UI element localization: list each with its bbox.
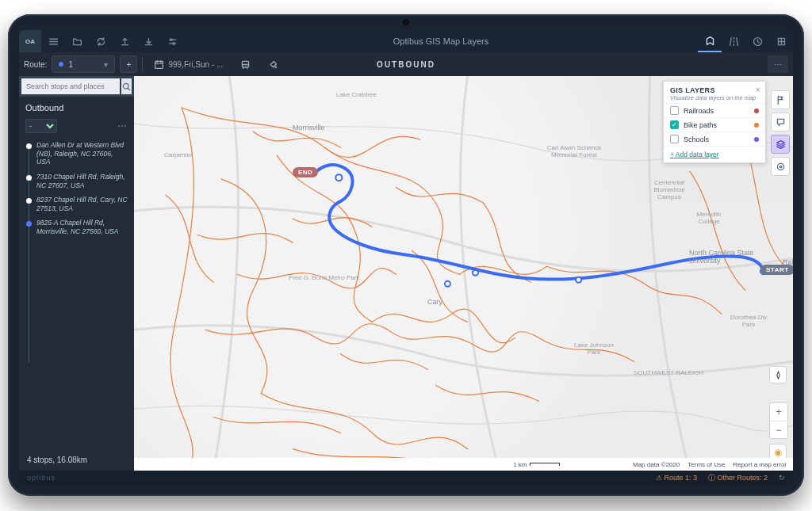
route-color-dot [59, 62, 63, 67]
close-icon[interactable]: × [756, 85, 760, 94]
gis-layer-label: Bike paths [684, 121, 717, 129]
gis-layer-label: Railroads [684, 107, 714, 115]
stops-list: Dan Allen Dr at Western Blvd (NB), Ralei… [25, 141, 128, 236]
panel-more-button[interactable]: ⋯ [117, 120, 128, 132]
status-other-count: ⓘ Other Routes: 2 [708, 473, 768, 483]
app-title: Optibus GIS Map Layers [184, 36, 698, 46]
view-grid-icon[interactable] [769, 30, 793, 52]
add-layer-link[interactable]: + Add data layer [664, 146, 765, 162]
gis-subtitle: Visualize data layers on the map [670, 94, 759, 101]
more-menu-button[interactable]: ⋯ [768, 55, 788, 73]
map-canvas[interactable]: END START Morrisville Carpenter Cary Lak… [134, 76, 793, 471]
map-copyright: Map data ©2020 [633, 461, 680, 468]
route-start-badge: START [760, 265, 793, 275]
bus-icon [240, 59, 251, 70]
workspace: Outbound - ⋯ Dan Allen Dr at Western Blv… [19, 76, 793, 471]
paint-bucket-icon [268, 59, 278, 70]
hamburger-icon[interactable] [41, 30, 65, 52]
svg-point-6 [777, 163, 783, 170]
gis-title: GIS LAYERS [670, 86, 715, 94]
divider [142, 57, 143, 71]
stops-summary: 4 stops, 16.08km [27, 456, 87, 464]
tablet-frame: OA Optibus GIS Map Layers Route: 1 ▾ [8, 14, 804, 496]
settings-sliders-icon[interactable] [160, 30, 184, 52]
variant-row: - ⋯ [25, 119, 128, 133]
variant-select[interactable]: - [25, 119, 57, 133]
view-lanes-icon[interactable] [722, 30, 745, 52]
checkbox[interactable] [670, 135, 679, 143]
map-attribution-bar: 1 km Map data ©2020 Terms of Use Report … [134, 458, 793, 471]
svg-rect-3 [155, 61, 163, 68]
app-logo: OA [19, 30, 41, 52]
checkbox[interactable]: ✓ [670, 120, 679, 129]
search-button[interactable] [121, 78, 132, 94]
gis-layer-swatch [754, 109, 759, 113]
search-bar [19, 76, 134, 97]
stop-item[interactable]: 8237 Chapel Hill Rd, Cary, NC 27513, USA [25, 196, 128, 212]
checkbox[interactable] [670, 106, 679, 115]
route-stop-marker [473, 270, 478, 276]
add-route-button[interactable]: + [120, 55, 137, 73]
zoom-out-button[interactable]: − [770, 421, 787, 438]
compass-button[interactable] [769, 366, 787, 383]
status-bar: optibus ⚠ Route 1: 3 ⓘ Other Routes: 2 ↻ [19, 471, 793, 485]
gis-layer-label: Schools [684, 135, 709, 143]
schedule-chip[interactable]: 999,Fri,Sun - ... [147, 55, 229, 73]
svg-point-7 [779, 166, 781, 167]
route-toolbar: Route: 1 ▾ + 999,Fri,Sun - ... OUTBOUND … [19, 52, 793, 76]
route-value: 1 [68, 60, 73, 69]
gis-layers-panel: GIS LAYERS × Visualize data layers on th… [663, 81, 766, 163]
route-label: Route: [24, 60, 47, 69]
export-icon[interactable] [113, 30, 136, 52]
paint-tool-button[interactable] [262, 55, 285, 73]
route-stop-marker [576, 277, 581, 283]
route-end-badge: END [293, 167, 318, 177]
search-input[interactable] [21, 78, 120, 94]
direction-heading: OUTBOUND [377, 60, 435, 69]
route-stop-marker [445, 281, 450, 287]
map-tool-strip [771, 90, 790, 176]
map-scale: 1 km [513, 461, 560, 468]
gis-layer-swatch [754, 137, 759, 142]
chevron-down-icon: ▾ [104, 60, 108, 69]
left-column: Outbound - ⋯ Dan Allen Dr at Western Blv… [19, 76, 134, 471]
gis-layer-row[interactable]: Schools [664, 132, 765, 146]
brand-label: optibus [27, 474, 56, 482]
stop-item[interactable]: 9825-A Chapel Hill Rd, Morrisville, NC 2… [25, 219, 128, 235]
calendar-icon [154, 59, 164, 70]
import-icon[interactable] [136, 30, 160, 52]
refresh-icon[interactable] [89, 30, 113, 52]
status-route-count: ⚠ Route 1: 3 [656, 474, 697, 482]
stop-item[interactable]: Dan Allen Dr at Western Blvd (NB), Ralei… [25, 141, 128, 166]
layers-tool-button[interactable] [771, 135, 790, 154]
zoom-control: + − [769, 402, 788, 439]
menu-bar: OA Optibus GIS Map Layers [19, 30, 793, 52]
view-map-icon[interactable] [698, 30, 722, 52]
flag-tool-button[interactable] [771, 90, 790, 109]
schedule-label: 999,Fri,Sun - ... [168, 60, 223, 69]
gis-layer-row[interactable]: ✓ Bike paths [664, 117, 765, 132]
comments-tool-button[interactable] [771, 112, 790, 132]
stop-item[interactable]: 7310 Chapel Hill Rd, Raleigh, NC 27607, … [25, 173, 128, 189]
stops-panel: Outbound - ⋯ Dan Allen Dr at Western Blv… [19, 97, 134, 471]
device-camera [402, 18, 410, 26]
vehicle-filter-button[interactable] [234, 55, 257, 73]
app-screen: OA Optibus GIS Map Layers Route: 1 ▾ [19, 30, 793, 485]
panel-title: Outbound [25, 103, 128, 112]
status-refresh-button[interactable]: ↻ [779, 474, 785, 482]
view-history-icon[interactable] [745, 30, 769, 52]
map-terms-link[interactable]: Terms of Use [688, 461, 725, 468]
route-stop-marker [335, 174, 342, 181]
gis-layer-swatch [754, 123, 759, 128]
route-dropdown[interactable]: 1 ▾ [52, 55, 115, 73]
search-icon [121, 82, 132, 92]
map-report-link[interactable]: Report a map error [733, 461, 787, 468]
folder-open-icon[interactable] [65, 30, 89, 52]
zoom-in-button[interactable]: + [770, 403, 787, 421]
gis-layer-row[interactable]: Railroads [664, 103, 765, 117]
target-tool-button[interactable] [771, 157, 790, 176]
